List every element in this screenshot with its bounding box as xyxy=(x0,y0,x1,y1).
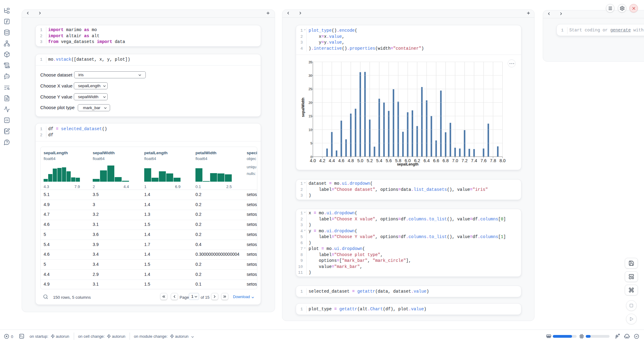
svg-text:6.8: 6.8 xyxy=(442,158,449,163)
svg-text:sepalWidth: sepalWidth xyxy=(301,98,305,117)
svg-text:5.4: 5.4 xyxy=(376,158,382,163)
svg-text:20: 20 xyxy=(309,101,312,105)
svg-text:4.4: 4.4 xyxy=(329,158,335,163)
svg-text:25: 25 xyxy=(309,87,312,91)
svg-text:10: 10 xyxy=(309,128,312,132)
svg-text:7.2: 7.2 xyxy=(462,158,468,163)
svg-text:4.0: 4.0 xyxy=(310,158,316,163)
svg-text:4.6: 4.6 xyxy=(338,158,344,163)
svg-text:6.6: 6.6 xyxy=(433,158,439,163)
svg-text:15: 15 xyxy=(309,114,312,118)
svg-text:30: 30 xyxy=(309,74,312,77)
svg-text:7.8: 7.8 xyxy=(490,158,496,163)
svg-text:8.0: 8.0 xyxy=(499,158,506,163)
svg-text:0: 0 xyxy=(310,155,312,159)
svg-text:5.6: 5.6 xyxy=(386,158,392,163)
svg-text:4.2: 4.2 xyxy=(319,158,325,163)
svg-text:7.0: 7.0 xyxy=(452,158,458,163)
svg-text:6.4: 6.4 xyxy=(424,158,430,163)
svg-text:7.4: 7.4 xyxy=(471,158,477,163)
svg-text:5.0: 5.0 xyxy=(357,158,363,163)
svg-text:35: 35 xyxy=(309,60,312,64)
svg-text:4.8: 4.8 xyxy=(348,158,354,163)
svg-text:7.6: 7.6 xyxy=(481,158,487,163)
svg-text:sepalLength: sepalLength xyxy=(397,162,419,166)
svg-text:5: 5 xyxy=(310,141,312,145)
svg-text:5.2: 5.2 xyxy=(367,158,373,163)
